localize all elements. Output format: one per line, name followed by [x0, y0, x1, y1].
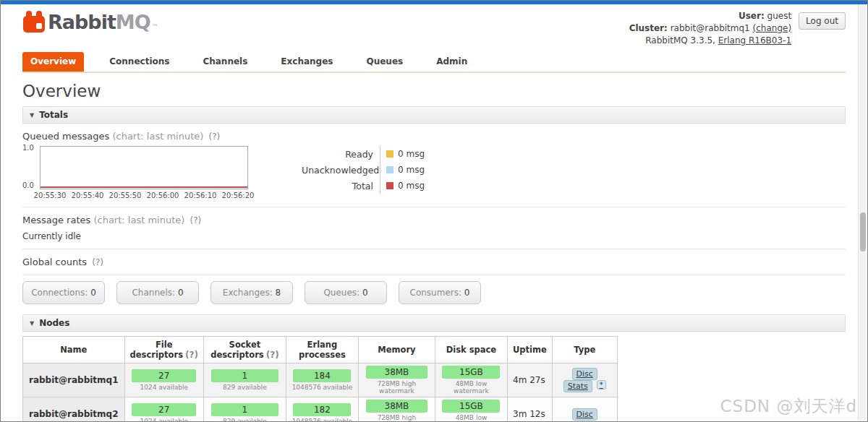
- tab-admin[interactable]: Admin: [428, 52, 475, 72]
- col-name: Name: [23, 337, 125, 363]
- chip-label: Exchanges:: [223, 288, 273, 298]
- totals-section-title: Totals: [39, 110, 68, 120]
- capacity-bar: 15GB: [442, 400, 500, 413]
- disc-tag: Disc: [572, 368, 597, 380]
- legend-label: Unacknowledged: [302, 165, 380, 176]
- column-label: Erlang processes: [299, 340, 346, 360]
- global-counts-help[interactable]: (?): [92, 257, 103, 267]
- legend-value-cell: 0 msg: [380, 146, 425, 162]
- x-tick: 20:55:40: [69, 191, 106, 199]
- collapse-arrow-icon: ▼: [30, 320, 34, 327]
- x-tick: 20:55:50: [106, 191, 144, 199]
- message-rates-help[interactable]: (?): [190, 215, 201, 225]
- message-rates-status: Currently idle: [22, 231, 846, 241]
- message-rates-hint: (chart: last minute): [93, 215, 184, 225]
- erlang-processes-cell: 184 1048576 available: [286, 363, 358, 397]
- file-descriptors-cell: 27 1024 available: [124, 363, 203, 397]
- capacity-sub-label: 829 available: [208, 418, 281, 422]
- socket-descriptors-cell: 1 829 available: [203, 397, 286, 422]
- cluster-line: Cluster: rabbit@rabbitmq1 (change): [629, 22, 791, 35]
- logo-text-rabbit: Rabbit: [48, 11, 116, 33]
- queued-messages-hint: (chart: last minute): [112, 131, 203, 142]
- user-line: User: guest: [629, 10, 791, 22]
- scrollbar-thumb[interactable]: [860, 212, 866, 251]
- collapse-arrow-icon: ▼: [30, 112, 34, 119]
- col-disk-space: Disk space: [435, 337, 507, 363]
- logout-button[interactable]: Log out: [799, 12, 846, 30]
- capacity-sub-label: 1048576 available: [291, 384, 354, 391]
- col-erlang-processes: Erlang processes: [286, 337, 358, 363]
- totals-section-header[interactable]: ▼ Totals: [22, 106, 846, 124]
- column-label: Type: [574, 345, 595, 355]
- totals-section: ▼ Totals Queued messages (chart: last mi…: [22, 106, 846, 304]
- column-label: File descriptors: [130, 340, 183, 360]
- disc-tag: Disc: [572, 408, 597, 421]
- queued-messages-title: Queued messages: [22, 131, 109, 142]
- message-rates-title: Message rates: [22, 215, 90, 225]
- rabbitmq-logo[interactable]: RabbitMQ™: [22, 10, 158, 33]
- user-label: User:: [739, 11, 765, 21]
- legend-value: 0 msg: [398, 149, 425, 159]
- capacity-bar: 38MB: [366, 400, 428, 413]
- version-line: RabbitMQ 3.3.5, Erlang R16B03-1: [629, 35, 791, 47]
- change-cluster-link[interactable]: (change): [753, 23, 792, 33]
- consumers-count: Consumers: 0: [399, 281, 481, 304]
- col-file-descriptors: File descriptors(?): [124, 337, 203, 363]
- nodes-section-header[interactable]: ▼ Nodes: [22, 314, 846, 332]
- legend-value: 0 msg: [398, 181, 425, 191]
- file-descriptors-help[interactable]: (?): [185, 350, 198, 360]
- legend-value-cell: 0 msg: [380, 162, 425, 178]
- erlang-version-link[interactable]: Erlang R16B03-1: [718, 35, 791, 46]
- tab-channels[interactable]: Channels: [195, 52, 255, 72]
- chip-value: 0: [464, 288, 470, 298]
- queues-count: Queues: 0: [305, 281, 387, 304]
- type-cell: Disc: [552, 397, 617, 422]
- chip-value: 0: [362, 288, 368, 298]
- capacity-sub-label: 1048576 available: [291, 418, 354, 422]
- tab-connections[interactable]: Connections: [101, 52, 177, 72]
- nodes-section-title: Nodes: [39, 318, 69, 328]
- x-tick: 20:56:00: [144, 191, 182, 199]
- logo-text: RabbitMQ™: [48, 11, 158, 33]
- capacity-sub-label: 829 available: [208, 384, 281, 391]
- socket-descriptors-help[interactable]: (?): [266, 350, 279, 360]
- capacity-bar: 182: [293, 403, 351, 416]
- chip-label: Connections:: [31, 288, 88, 298]
- memory-cell: 38MB 728MB high watermark: [358, 363, 435, 397]
- star-tag: *: [597, 380, 606, 389]
- table-header-row: Name File descriptors(?) Socket descript…: [23, 337, 618, 363]
- x-axis-ticks: 20:55:30 20:55:40 20:55:50 20:56:00 20:5…: [31, 191, 257, 199]
- queued-messages-heading: Queued messages (chart: last minute) (?): [22, 131, 846, 142]
- chip-label: Channels:: [132, 288, 175, 298]
- header-status-block: User: guest Cluster: rabbit@rabbitmq1 (c…: [629, 10, 846, 46]
- tab-queues[interactable]: Queues: [358, 52, 411, 72]
- disk-space-cell: 15GB 48MB low watermark: [435, 397, 507, 422]
- chart-legend: Ready 0 msg Unacknowledged 0 msg: [302, 146, 425, 194]
- capacity-bar: 184: [293, 369, 351, 382]
- tab-exchanges[interactable]: Exchanges: [273, 52, 341, 72]
- total-series-swatch: [386, 182, 393, 189]
- file-descriptors-cell: 27 1024 available: [124, 397, 203, 422]
- chart-plot-area: [40, 146, 248, 189]
- uptime-cell: 4m 27s: [507, 363, 552, 397]
- nodes-section: ▼ Nodes Name File descriptors(?) Socket …: [22, 314, 846, 422]
- tab-overview[interactable]: Overview: [22, 52, 84, 72]
- memory-cell: 38MB 728MB high watermark: [358, 397, 435, 422]
- column-label: Memory: [378, 345, 415, 355]
- legend-row-total: Total 0 msg: [302, 178, 425, 194]
- col-socket-descriptors: Socket descriptors(?): [203, 337, 286, 363]
- queued-messages-help[interactable]: (?): [208, 132, 220, 142]
- chip-value: 8: [276, 288, 281, 298]
- chip-label: Queues:: [323, 288, 359, 298]
- col-uptime: Uptime: [507, 337, 552, 363]
- type-cell: Disc Stats *: [552, 363, 617, 397]
- capacity-bar: 1: [211, 403, 278, 416]
- global-counts-heading: Global counts (?): [22, 257, 846, 267]
- scrollbar[interactable]: [858, 4, 867, 421]
- legend-row-unacknowledged: Unacknowledged 0 msg: [302, 162, 425, 178]
- chip-value: 0: [178, 288, 184, 298]
- legend-label: Total: [302, 181, 380, 191]
- column-label: Socket descriptors: [210, 340, 263, 360]
- global-counts-title: Global counts: [22, 257, 87, 267]
- capacity-bar: 27: [132, 403, 196, 416]
